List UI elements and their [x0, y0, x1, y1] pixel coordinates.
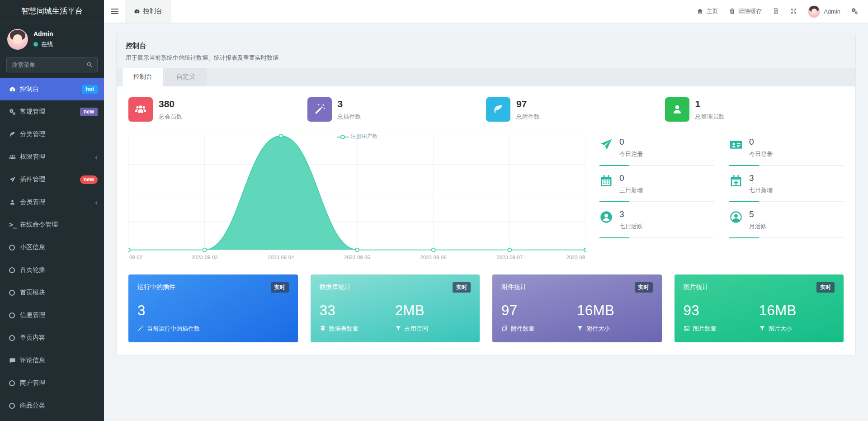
- paper-plane-icon: [599, 137, 619, 151]
- expand-icon: [790, 8, 797, 15]
- app-logo[interactable]: 智慧同城生活平台: [0, 0, 104, 23]
- language-button[interactable]: [773, 8, 779, 15]
- progress-bar: [729, 237, 844, 238]
- tab-console[interactable]: 控制台: [122, 68, 164, 86]
- language-icon: [773, 8, 779, 15]
- leaf-icon: [486, 97, 510, 122]
- users-icon: [9, 154, 20, 161]
- realtime-badge: 实时: [271, 282, 289, 293]
- card-image-stats: 图片统计 实时 93 图片数量 16MB 图片大小: [675, 274, 844, 342]
- mini-stat-today-login: 0今日登录: [729, 134, 844, 166]
- home-link[interactable]: 主页: [697, 7, 718, 15]
- progress-bar: [729, 201, 844, 202]
- sidebar-item-goods-category[interactable]: 商品分类: [0, 394, 104, 417]
- online-dot-icon: [33, 42, 38, 47]
- circle-o-icon: [9, 312, 20, 318]
- user-status: 在线: [33, 40, 53, 48]
- registered-users-chart[interactable]: 注册用户数 09-022023-09-032023-09-042023-09-0…: [128, 132, 586, 265]
- stat-total-addons: 3总插件数: [307, 97, 486, 122]
- progress-bar: [599, 165, 714, 166]
- circle-o-icon: [9, 290, 20, 296]
- id-card-icon: [729, 137, 749, 151]
- new-badge: new: [80, 108, 98, 116]
- user-circle-outline-icon: [729, 209, 749, 224]
- leaf-icon: [9, 131, 20, 138]
- progress-bar: [729, 165, 844, 166]
- magic-wand-icon: [137, 325, 144, 332]
- tab-dashboard[interactable]: 控制台: [125, 0, 171, 23]
- sidebar-item-category[interactable]: 分类管理: [0, 123, 104, 146]
- svg-text:2023-09-06: 2023-09-06: [420, 255, 447, 260]
- sidebar-item-general[interactable]: 常规管理 new: [0, 100, 104, 123]
- admin-username: Admin: [824, 8, 840, 15]
- tachometer-icon: [134, 8, 140, 15]
- gears-icon: [9, 109, 20, 115]
- sidebar-item-community[interactable]: 小区信息: [0, 236, 104, 259]
- chevron-left-icon: ‹: [95, 153, 98, 161]
- gears-icon: [851, 8, 858, 15]
- top-navbar: 控制台 主页 清除缓存 Admin: [104, 0, 868, 23]
- hot-badge: hot: [82, 85, 98, 94]
- user-circle-icon: [599, 209, 619, 224]
- terminal-icon: >_: [9, 221, 20, 229]
- sidebar-item-addon[interactable]: 插件管理 new: [0, 168, 104, 191]
- search-input[interactable]: [6, 57, 98, 72]
- user-name: Admin: [33, 30, 53, 38]
- sidebar-item-singlepage[interactable]: 单页内容: [0, 326, 104, 349]
- mini-stat-3day-new: 0三日新增: [599, 170, 714, 202]
- stat-total-members: 380总会员数: [128, 97, 307, 122]
- chevron-left-icon: ‹: [95, 199, 98, 206]
- search-icon: [86, 61, 93, 69]
- card-running-addons: 运行中的插件 实时 3 当前运行中的插件数: [128, 274, 298, 342]
- clear-cache-button[interactable]: 清除缓存: [729, 7, 762, 15]
- circle-o-icon: [9, 335, 20, 341]
- filter-icon: [577, 325, 583, 332]
- mini-stats: 0今日注册 0今日登录 0三日新增: [599, 132, 844, 265]
- circle-o-icon: [9, 380, 20, 386]
- panel-header: 控制台 用于展示当前系统中的统计数据、统计报表及重要实时数据: [117, 34, 855, 68]
- progress-bar: [599, 237, 714, 238]
- page-title: 控制台: [126, 42, 846, 50]
- panel-body: 380总会员数 3总插件数 97总附件数 1总管理员数: [117, 86, 855, 355]
- tab-custom[interactable]: 自定义: [165, 68, 207, 86]
- area-chart[interactable]: 09-022023-09-032023-09-042023-09-052023-…: [128, 132, 586, 265]
- sidebar: 智慧同城生活平台 Admin 在线 控制台 hot 常规管理 new 分类管理: [0, 0, 104, 421]
- stat-total-attachments: 97总附件数: [486, 97, 665, 122]
- sidebar-item-comments[interactable]: 评论信息: [0, 349, 104, 372]
- circle-o-icon: [9, 267, 20, 273]
- magic-wand-icon: [307, 97, 332, 122]
- sidebar-item-banner[interactable]: 首页轮播: [0, 259, 104, 281]
- sidebar-item-merchant[interactable]: 商户管理: [0, 372, 104, 394]
- admin-menu[interactable]: Admin: [808, 5, 840, 18]
- mini-stat-7day-active: 3七日活跃: [599, 207, 714, 238]
- card-attachment-stats: 附件统计 实时 97 附件数量 16MB 附件大小: [492, 274, 662, 342]
- sidebar-toggle-button[interactable]: [104, 0, 125, 23]
- circle-o-icon: [9, 245, 20, 251]
- sidebar-item-auth[interactable]: 权限管理 ‹: [0, 146, 104, 168]
- menu-search: [6, 57, 98, 72]
- mini-stat-7day-new: 3七日新增: [729, 170, 844, 202]
- mini-stat-today-registered: 0今日注册: [599, 134, 714, 166]
- calendar-plus-icon: [729, 173, 749, 188]
- filter-icon: [395, 325, 401, 332]
- realtime-badge: 实时: [453, 282, 471, 293]
- avatar[interactable]: [7, 29, 28, 50]
- sidebar-item-command[interactable]: >_ 在线命令管理: [0, 213, 104, 236]
- calendar-icon: [599, 173, 619, 188]
- sidebar-item-info[interactable]: 信息管理: [0, 304, 104, 326]
- stats-row: 380总会员数 3总插件数 97总附件数 1总管理员数: [128, 97, 844, 122]
- sidebar-menu: 控制台 hot 常规管理 new 分类管理 权限管理 ‹ 插件管理 new 会员…: [0, 78, 104, 417]
- sidebar-item-homemodule[interactable]: 首页模块: [0, 281, 104, 304]
- sidebar-item-dashboard[interactable]: 控制台 hot: [0, 78, 104, 100]
- fullscreen-button[interactable]: [790, 8, 797, 15]
- circle-o-icon: [9, 403, 20, 409]
- sidebar-item-members[interactable]: 会员管理 ‹: [0, 191, 104, 213]
- svg-text:2023-09-07: 2023-09-07: [497, 255, 523, 260]
- realtime-badge: 实时: [816, 282, 835, 293]
- realtime-badge: 实时: [635, 282, 653, 293]
- database-icon: [320, 325, 326, 332]
- progress-bar: [599, 201, 714, 202]
- tachometer-icon: [9, 86, 20, 93]
- settings-button[interactable]: [851, 8, 858, 15]
- stat-total-admins: 1总管理员数: [665, 97, 844, 122]
